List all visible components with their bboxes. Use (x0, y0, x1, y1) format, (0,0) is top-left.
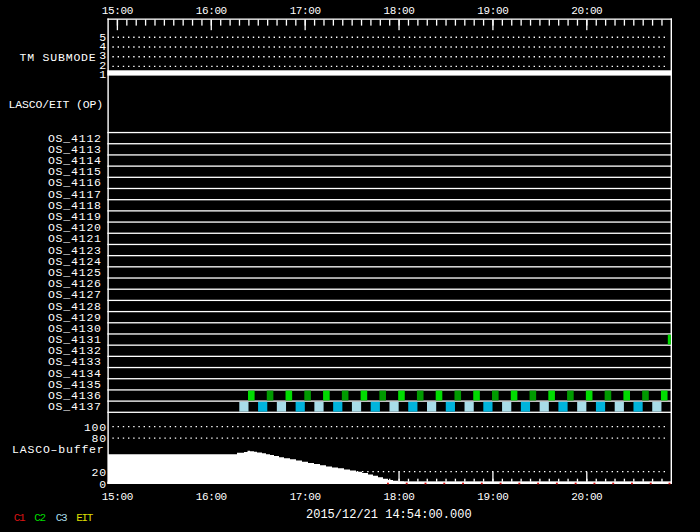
svg-text:C1: C1 (14, 512, 26, 524)
svg-text:0: 0 (99, 478, 107, 491)
svg-text:2015/12/21 14:54:00.000: 2015/12/21 14:54:00.000 (306, 508, 472, 522)
svg-text:EIT: EIT (76, 512, 94, 524)
svg-text:1: 1 (99, 68, 107, 81)
svg-text:19:00: 19:00 (477, 5, 508, 17)
svg-text:20:00: 20:00 (571, 5, 602, 17)
svg-text:18:00: 18:00 (383, 5, 414, 17)
svg-text:19:00: 19:00 (477, 491, 508, 503)
svg-text:15:00: 15:00 (102, 491, 133, 503)
svg-text:18:00: 18:00 (383, 491, 414, 503)
svg-text:16:00: 16:00 (196, 491, 227, 503)
svg-text:16:00: 16:00 (196, 5, 227, 17)
svg-text:C2: C2 (34, 512, 45, 524)
svg-text:20:00: 20:00 (571, 491, 602, 503)
svg-text:TM SUBMODE: TM SUBMODE (19, 51, 96, 64)
svg-text:LASCO/EIT (OP): LASCO/EIT (OP) (8, 98, 103, 111)
svg-text:17:00: 17:00 (290, 5, 321, 17)
svg-text:C3: C3 (56, 512, 67, 524)
svg-text:LASCO–buffer: LASCO–buffer (12, 443, 104, 456)
svg-text:OS_4137: OS_4137 (48, 400, 102, 413)
svg-text:17:00: 17:00 (290, 491, 321, 503)
svg-text:15:00: 15:00 (102, 5, 133, 17)
